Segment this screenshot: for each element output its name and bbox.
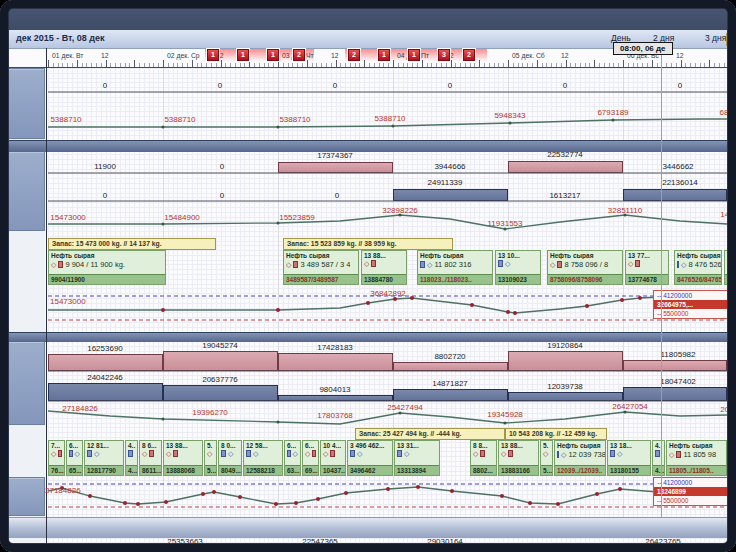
inventory-box[interactable]: Нефть сырая◇11 805 9811805../11805.. — [666, 440, 727, 476]
inventory-box[interactable]: Нефть сырая◇9 904 / 11 900 kg.9904/11900 — [48, 250, 166, 285]
alert-badge[interactable]: 1 — [378, 49, 390, 61]
inventory-box[interactable]: Нефть сырая◇12 039 73812039../12039.. — [554, 440, 606, 476]
value-label: 25353663 — [167, 537, 203, 546]
alert-badge[interactable]: 1 — [267, 49, 279, 61]
row-group-header-2[interactable] — [8, 151, 45, 231]
task-bar[interactable] — [393, 389, 508, 401]
inventory-box[interactable]: 12 81...◇12817790 — [84, 440, 124, 476]
inventory-box[interactable]: 5.◇5... — [540, 440, 553, 476]
inventory-box[interactable]: 3 496 462...◇3496462 — [347, 440, 393, 476]
task-bar[interactable] — [393, 362, 508, 371]
inventory-box-value: ◇ — [362, 259, 406, 267]
inventory-box[interactable]: Нефть сырая◇8 758 096 / 88758096/8758096 — [547, 250, 623, 285]
inventory-box-value: ◇ — [471, 449, 496, 457]
task-bar[interactable] — [508, 392, 623, 401]
inventory-box[interactable]: 13 10...◇13109023 — [495, 250, 541, 285]
alert-badge[interactable]: 2 — [463, 49, 475, 61]
document-icon — [508, 450, 513, 457]
document-icon — [610, 450, 615, 457]
task-bar[interactable] — [278, 162, 393, 173]
inventory-box[interactable]: 6...◇69... — [302, 440, 319, 476]
task-bar[interactable] — [278, 353, 393, 371]
alert-badge[interactable]: 1 — [408, 49, 420, 61]
task-bar[interactable] — [623, 360, 727, 371]
inventory-box[interactable]: Нефть сырая◇11 802 316118023../118023.. — [417, 250, 493, 285]
inventory-box[interactable]: Нефть сырая◇8 476 526 /8476526/8476526 — [674, 250, 722, 285]
inventory-box-value: ◇ — [499, 449, 538, 457]
inventory-box[interactable]: 8 6...◇8611... — [139, 440, 162, 476]
inventory-box-title: Нефть сырая — [49, 251, 165, 259]
inventory-box-footer: 12817790 — [85, 465, 123, 475]
inventory-box[interactable]: 13 31...◇13313894 — [394, 440, 440, 476]
inventory-box[interactable]: 6...◇65... — [66, 440, 83, 476]
value-label: 3446662 — [662, 162, 693, 171]
inventory-box[interactable]: 4.4... — [652, 440, 665, 476]
view-button-3days[interactable]: 3 дня — [705, 33, 726, 43]
task-bar[interactable] — [508, 351, 623, 371]
inventory-box[interactable]: 6...◇63... — [284, 440, 301, 476]
task-bar[interactable] — [623, 189, 727, 201]
alert-badge[interactable]: 1 — [207, 49, 219, 61]
inventory-box[interactable]: 13 88...◇13883166 — [498, 440, 539, 476]
inventory-box[interactable]: 8 8...◇8802... — [470, 440, 497, 476]
task-bar[interactable] — [163, 351, 278, 371]
inventory-box-footer: 13884780 — [362, 274, 406, 284]
bar-label: 18047402 — [660, 377, 696, 386]
row-group-header-4[interactable] — [8, 477, 45, 516]
row-group-header-3[interactable] — [8, 341, 45, 425]
value-label: 26427054 — [612, 402, 648, 411]
alert-badge[interactable]: 3 — [438, 49, 450, 61]
limit-legend: -- 4120000032664975,...-- 5500000 — [653, 290, 736, 319]
value-label: 15484900 — [164, 213, 200, 222]
inventory-box[interactable]: 8 0...◇8049... — [218, 440, 242, 476]
day-label: 02 дек. Ср — [167, 52, 200, 59]
inventory-box[interactable]: 13 65...◇13659468 — [724, 250, 736, 285]
inventory-box-footer: 8802... — [471, 465, 496, 475]
task-bar[interactable] — [508, 161, 623, 173]
task-bar[interactable] — [163, 385, 278, 401]
inventory-box[interactable]: 13 77...◇13774678 — [625, 250, 669, 285]
corner-button[interactable] — [726, 32, 736, 47]
row-group-header-1[interactable] — [8, 68, 45, 139]
inventory-box[interactable]: 4..4... — [125, 440, 138, 476]
task-bar[interactable] — [48, 383, 163, 401]
value-label: 141 — [720, 210, 733, 219]
half-day-label: 12 — [561, 52, 569, 59]
inventory-box-title: Нефть сырая — [418, 251, 492, 259]
stock-header: 10 543 208 kg. // -12 459 kg. — [505, 428, 607, 440]
bar-label: 8802720 — [434, 352, 465, 361]
inventory-box[interactable]: 5.◇5... — [204, 440, 217, 476]
inventory-box-title: Нефть сырая — [284, 251, 358, 259]
bar-label: 19045274 — [202, 341, 238, 350]
bar-label: 22532774 — [547, 150, 583, 159]
task-bar[interactable] — [278, 395, 393, 401]
inventory-box[interactable]: 13 88...◇13884780 — [361, 250, 407, 285]
inventory-box[interactable]: 10 4...◇10437... — [320, 440, 346, 476]
inventory-box[interactable]: 12 58...◇12588218 — [243, 440, 283, 476]
alert-badge[interactable]: 1 — [237, 49, 249, 61]
alert-badge[interactable]: 2 — [348, 49, 360, 61]
diamond-icon: ◇ — [228, 450, 233, 457]
inventory-box[interactable]: 7...◇76... — [48, 440, 65, 476]
diamond-icon: ◇ — [51, 261, 56, 268]
task-bar[interactable] — [393, 189, 508, 201]
value-label: 201 — [720, 405, 733, 414]
bar-label: 14871827 — [432, 379, 468, 388]
inventory-box[interactable]: Нефть сырая◇3 489 587 / 3 43489587/34895… — [283, 250, 359, 285]
bar-label: 20637776 — [202, 375, 238, 384]
current-time-cursor[interactable] — [661, 48, 662, 517]
inventory-box-value: ◇ — [608, 449, 650, 457]
document-icon — [677, 261, 679, 268]
alert-badge[interactable]: 2 — [293, 49, 305, 61]
inventory-box-value: ◇ — [205, 449, 216, 457]
limit-legend: -- 4120000013246899-- 5500000 — [653, 477, 736, 506]
inventory-box-title: 12 81... — [85, 441, 123, 449]
document-icon — [350, 450, 355, 457]
task-bar[interactable] — [48, 354, 163, 371]
document-icon — [58, 450, 62, 457]
inventory-box[interactable]: 13 88...◇13888068 — [163, 440, 203, 476]
inventory-box[interactable]: 13 18...◇13180155 — [607, 440, 651, 476]
task-bar[interactable] — [623, 387, 727, 401]
value-label: 6793189 — [597, 108, 628, 117]
inventory-box-title: 6... — [303, 441, 318, 449]
